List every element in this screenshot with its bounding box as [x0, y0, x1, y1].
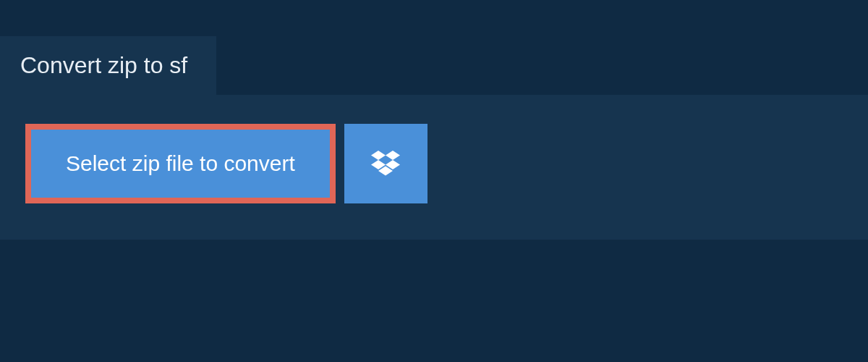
dropbox-icon	[371, 151, 400, 177]
button-row: Select zip file to convert	[25, 124, 843, 203]
dropbox-button[interactable]	[344, 124, 427, 203]
select-file-button[interactable]: Select zip file to convert	[25, 124, 336, 203]
tab-header: Convert zip to sf	[0, 36, 216, 95]
svg-marker-1	[386, 151, 400, 160]
upload-panel: Select zip file to convert	[0, 95, 868, 240]
page-title: Convert zip to sf	[20, 52, 187, 78]
svg-marker-0	[371, 151, 386, 160]
select-file-label: Select zip file to convert	[66, 151, 295, 176]
